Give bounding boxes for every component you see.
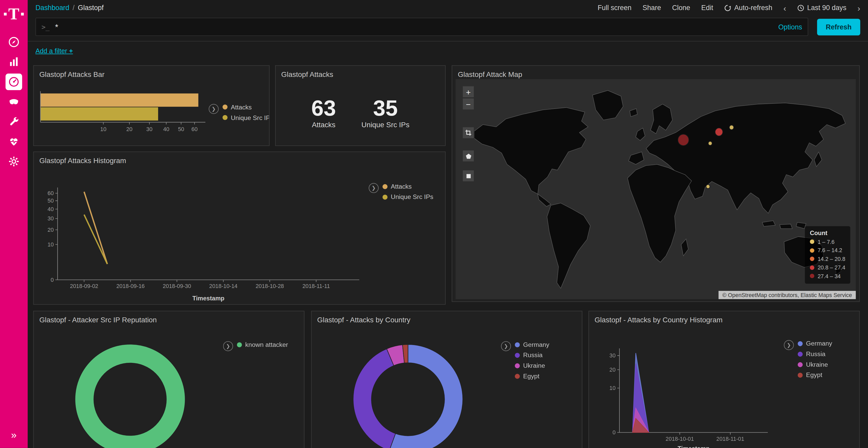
legend-item[interactable]: Germany	[798, 340, 832, 347]
svg-text:0: 0	[613, 429, 616, 436]
map-legend-row: 20.8 – 27.4	[810, 263, 845, 272]
svg-text:2018-11-11: 2018-11-11	[303, 283, 330, 289]
svg-text:50: 50	[178, 126, 184, 132]
map-legend-row: 14.2 – 20.8	[810, 255, 845, 263]
legend-item[interactable]: Germany	[515, 341, 549, 348]
sidebar-item-dashboard[interactable]	[4, 72, 24, 92]
map-legend-label: 1 – 7.6	[817, 237, 835, 246]
add-filter-link[interactable]: Add a filter +	[35, 47, 73, 55]
breadcrumb-separator: /	[72, 4, 74, 12]
sidebar-item-discover[interactable]	[4, 32, 24, 52]
panel-title[interactable]: Glastopf Attacks Bar	[34, 66, 269, 78]
legend-swatch	[515, 352, 520, 357]
compass-icon	[8, 36, 20, 48]
time-range-button[interactable]: Last 90 days	[797, 4, 846, 12]
zoom-in-button[interactable]: +	[462, 86, 474, 98]
query-options-link[interactable]: Options	[778, 23, 802, 31]
world-map	[456, 79, 856, 299]
legend-item[interactable]: Egypt	[515, 373, 549, 379]
legend-collapse-icon[interactable]: ❯	[501, 341, 511, 351]
logo-t: T	[8, 5, 20, 22]
panel-title[interactable]: Glastopf Attacks Histogram	[34, 152, 445, 165]
attacks-by-country-area-chart[interactable]: 01020302018-10-012018-11-01Timestamp	[605, 326, 771, 448]
legend: ❯AttacksUnique Src IPs	[209, 104, 270, 121]
panel-attacks-metric: Glastopf Attacks 63 Attacks 35 Unique Sr…	[275, 65, 445, 146]
legend-item[interactable]: Russia	[798, 351, 832, 357]
clock-icon	[797, 4, 804, 11]
filter-bar: Add a filter +	[28, 41, 868, 56]
crop-select-button[interactable]	[462, 127, 474, 139]
map-legend-swatch	[810, 240, 814, 244]
svg-text:Timestamp: Timestamp	[192, 295, 224, 302]
legend-item[interactable]: Ukraine	[515, 362, 549, 369]
share-button[interactable]: Share	[643, 4, 661, 12]
polygon-select-button[interactable]	[462, 150, 474, 162]
time-prev-button[interactable]: ‹	[783, 4, 786, 12]
sidebar-item-visualize[interactable]	[4, 52, 24, 72]
map-legend-row: 7.6 – 14.2	[810, 246, 845, 255]
svg-text:40: 40	[48, 206, 54, 212]
refresh-button[interactable]: Refresh	[817, 19, 860, 35]
legend: ❯known attacker	[223, 327, 301, 448]
clone-button[interactable]: Clone	[672, 4, 690, 12]
sidebar-collapse-button[interactable]: »	[11, 430, 17, 441]
svg-text:20: 20	[610, 367, 616, 373]
attacks-histogram-chart[interactable]: 01020304050602018-09-022018-09-162018-09…	[41, 167, 365, 305]
sidebar-item-management[interactable]	[4, 151, 24, 171]
edit-button[interactable]: Edit	[702, 4, 713, 12]
legend-item[interactable]: known attacker	[237, 341, 288, 348]
svg-text:2018-10-28: 2018-10-28	[255, 283, 284, 289]
attacks-bar-chart[interactable]: 102030405060	[37, 87, 209, 138]
bar-chart-icon	[8, 56, 20, 68]
auto-refresh-button[interactable]: Auto-refresh	[724, 4, 772, 12]
metric-unique-src-ips: 35 Unique Src IPs	[362, 96, 409, 129]
sidebar-item-security-mask[interactable]	[4, 92, 24, 112]
legend-collapse-icon[interactable]: ❯	[784, 340, 794, 350]
gauge-icon	[5, 74, 22, 90]
legend-collapse-icon[interactable]: ❯	[223, 341, 233, 351]
legend-item[interactable]: Attacks	[222, 104, 270, 110]
svg-text:0: 0	[51, 277, 54, 283]
attacks-by-country-donut-chart[interactable]	[346, 337, 470, 448]
kibana-dashboard-app: T	[0, 0, 868, 448]
map-attribution[interactable]: © OpenStreetMap contributors, Elastic Ma…	[718, 291, 856, 299]
legend-collapse-icon[interactable]: ❯	[369, 183, 379, 193]
attack-map[interactable]: + −	[456, 79, 856, 299]
legend-item[interactable]: Unique Src IPs	[222, 114, 270, 121]
panel-attacks-by-country: Glastopf - Attacks by Country ❯GermanyRu…	[311, 311, 582, 448]
map-legend-swatch	[810, 248, 814, 253]
sidebar-item-dev-tools[interactable]	[4, 112, 24, 132]
legend-swatch	[222, 105, 227, 109]
panel-title[interactable]: Glastopf - Attacks by Country	[312, 311, 582, 324]
legend-item[interactable]: Egypt	[798, 372, 832, 378]
breadcrumb-dashboard-link[interactable]: Dashboard	[35, 4, 69, 12]
legend-item[interactable]: Unique Src IPs	[382, 194, 433, 200]
metric-value: 35	[362, 96, 409, 119]
panel-title[interactable]: Glastopf - Attacks by Country Histogram	[589, 311, 859, 324]
full-screen-button[interactable]: Full screen	[597, 4, 631, 12]
legend: ❯GermanyRussiaUkraineEgypt	[501, 327, 579, 448]
legend-swatch	[798, 351, 803, 356]
legend-item[interactable]: Russia	[515, 352, 549, 358]
panel-title[interactable]: Glastopf Attack Map	[452, 66, 859, 78]
time-next-button[interactable]: ›	[858, 4, 860, 12]
svg-text:10: 10	[48, 242, 54, 248]
panel-title[interactable]: Glastopf - Attacker Src IP Reputation	[34, 311, 304, 324]
legend-label: Ukraine	[523, 362, 545, 369]
panel-attack-map: Glastopf Attack Map	[452, 65, 860, 302]
legend-swatch	[382, 184, 388, 189]
map-count-legend: Count1 – 7.67.6 – 14.214.2 – 20.820.8 – …	[805, 226, 850, 284]
svg-text:Timestamp: Timestamp	[678, 445, 710, 448]
map-legend-swatch	[810, 274, 814, 278]
sidebar-item-monitoring[interactable]	[4, 132, 24, 151]
svg-text:20: 20	[48, 227, 54, 233]
map-controls: + −	[462, 86, 474, 182]
legend-item[interactable]: Ukraine	[798, 361, 832, 368]
legend-collapse-icon[interactable]: ❯	[209, 104, 219, 114]
zoom-out-button[interactable]: −	[462, 98, 474, 110]
rect-select-button[interactable]	[462, 170, 474, 182]
query-input[interactable]: >_ * Options	[35, 18, 808, 36]
legend-item[interactable]: Attacks	[382, 183, 433, 190]
ip-reputation-donut-chart[interactable]	[68, 337, 192, 448]
panel-title[interactable]: Glastopf Attacks	[276, 66, 445, 78]
